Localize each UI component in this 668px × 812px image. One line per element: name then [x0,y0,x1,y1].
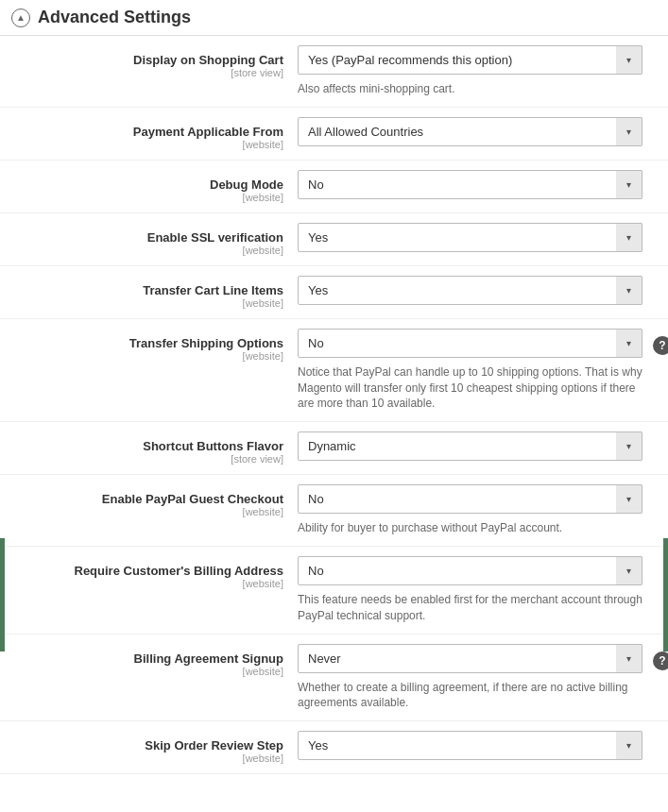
field-scope-display_on_shopping_cart: [store view] [14,67,283,78]
field-cell-require_billing_address: NoYesFor Virtual Quotes Only▾This featur… [298,556,654,624]
settings-row: Skip Order Review Step[website]YesNo▾ [0,721,668,774]
field-cell-transfer_shipping_options: YesNo▾?Notice that PayPal can handle up … [298,329,668,412]
select-wrapper-transfer_shipping_options: YesNo▾ [298,329,642,358]
label-cell-enable_paypal_guest_checkout: Enable PayPal Guest Checkout[website] [14,484,298,517]
select-enable_paypal_guest_checkout[interactable]: YesNo [298,484,642,514]
field-row-enable_paypal_guest_checkout: YesNo▾ [298,484,654,514]
field-row-debug_mode: YesNo▾ [298,170,654,199]
select-wrapper-billing_agreement_signup: AutoAsk CustomerNever▾ [298,644,642,673]
field-label-shortcut_buttons_flavor: Shortcut Buttons Flavor [14,439,283,453]
settings-row: Payment Applicable From[website]All Allo… [0,108,668,161]
select-wrapper-skip_order_review_step: YesNo▾ [298,731,642,760]
select-debug_mode[interactable]: YesNo [298,170,642,199]
field-label-require_billing_address: Require Customer's Billing Address [14,564,283,578]
field-scope-debug_mode: [website] [14,192,283,203]
field-scope-transfer_cart_line_items: [website] [14,297,283,309]
help-text-enable_paypal_guest_checkout: Ability for buyer to purchase without Pa… [298,520,647,536]
label-cell-debug_mode: Debug Mode[website] [14,170,298,203]
label-cell-enable_ssl_verification: Enable SSL verification[website] [14,223,298,256]
field-cell-debug_mode: YesNo▾ [298,170,654,199]
field-row-billing_agreement_signup: AutoAsk CustomerNever▾? [298,644,668,673]
field-row-enable_ssl_verification: YesNo▾ [298,223,654,252]
select-transfer_cart_line_items[interactable]: YesNo [298,276,642,305]
label-cell-skip_order_review_step: Skip Order Review Step[website] [14,731,298,764]
field-label-skip_order_review_step: Skip Order Review Step [14,738,283,753]
field-row-transfer_shipping_options: YesNo▾? [298,329,668,358]
field-cell-enable_ssl_verification: YesNo▾ [298,223,654,252]
field-scope-transfer_shipping_options: [website] [14,350,283,362]
field-scope-billing_agreement_signup: [website] [14,666,283,677]
field-label-payment_applicable_from: Payment Applicable From [14,125,283,139]
help-text-require_billing_address: This feature needs be enabled first for … [298,592,647,624]
field-row-transfer_cart_line_items: YesNo▾ [298,276,654,305]
select-wrapper-debug_mode: YesNo▾ [298,170,642,199]
field-scope-enable_paypal_guest_checkout: [website] [14,506,283,517]
field-cell-enable_paypal_guest_checkout: YesNo▾Ability for buyer to purchase with… [298,484,654,536]
settings-row: Debug Mode[website]YesNo▾ [0,161,668,213]
select-shortcut_buttons_flavor[interactable]: DynamicStatic [298,431,642,461]
select-wrapper-enable_ssl_verification: YesNo▾ [298,223,642,252]
field-row-payment_applicable_from: All Allowed CountriesSpecific Countries▾ [298,117,654,146]
select-wrapper-shortcut_buttons_flavor: DynamicStatic▾ [298,431,642,461]
settings-row: Shortcut Buttons Flavor[store view]Dynam… [0,422,668,475]
field-scope-payment_applicable_from: [website] [14,139,283,150]
settings-row: Enable SSL verification[website]YesNo▾ [0,213,668,266]
settings-container: Display on Shopping Cart[store view]Yes … [0,36,668,774]
select-billing_agreement_signup[interactable]: AutoAsk CustomerNever [298,644,642,673]
help-icon-billing_agreement_signup[interactable]: ? [653,651,668,670]
field-cell-display_on_shopping_cart: Yes (PayPal recommends this option)No▾Al… [298,45,654,97]
field-scope-enable_ssl_verification: [website] [14,245,283,256]
label-cell-transfer_shipping_options: Transfer Shipping Options[website] [14,329,298,362]
field-scope-skip_order_review_step: [website] [14,753,283,764]
field-label-debug_mode: Debug Mode [14,178,283,192]
label-cell-payment_applicable_from: Payment Applicable From[website] [14,117,298,150]
field-label-transfer_cart_line_items: Transfer Cart Line Items [14,283,283,297]
select-transfer_shipping_options[interactable]: YesNo [298,329,642,358]
select-enable_ssl_verification[interactable]: YesNo [298,223,642,252]
page-wrapper: ▲ Advanced Settings Display on Shopping … [0,0,668,812]
settings-row: Require Customer's Billing Address[websi… [0,547,668,634]
select-wrapper-enable_paypal_guest_checkout: YesNo▾ [298,484,642,514]
label-cell-require_billing_address: Require Customer's Billing Address[websi… [14,556,298,589]
field-label-transfer_shipping_options: Transfer Shipping Options [14,336,283,350]
select-wrapper-require_billing_address: NoYesFor Virtual Quotes Only▾ [298,556,642,585]
section-header: ▲ Advanced Settings [0,0,668,36]
section-title: Advanced Settings [38,8,191,27]
field-cell-shortcut_buttons_flavor: DynamicStatic▾ [298,431,654,461]
field-label-display_on_shopping_cart: Display on Shopping Cart [14,53,283,67]
label-cell-transfer_cart_line_items: Transfer Cart Line Items[website] [14,276,298,309]
field-label-enable_ssl_verification: Enable SSL verification [14,230,283,245]
help-icon-transfer_shipping_options[interactable]: ? [653,336,668,355]
field-cell-transfer_cart_line_items: YesNo▾ [298,276,654,305]
field-row-display_on_shopping_cart: Yes (PayPal recommends this option)No▾ [298,45,654,75]
help-text-transfer_shipping_options: Notice that PayPal can handle up to 10 s… [298,364,647,412]
settings-row: Display on Shopping Cart[store view]Yes … [0,36,668,108]
field-cell-skip_order_review_step: YesNo▾ [298,731,654,760]
field-label-billing_agreement_signup: Billing Agreement Signup [14,651,283,666]
field-scope-shortcut_buttons_flavor: [store view] [14,453,283,465]
settings-row: Enable PayPal Guest Checkout[website]Yes… [0,475,668,547]
field-row-shortcut_buttons_flavor: DynamicStatic▾ [298,431,654,461]
select-wrapper-payment_applicable_from: All Allowed CountriesSpecific Countries▾ [298,117,642,146]
help-text-display_on_shopping_cart: Also affects mini-shopping cart. [298,81,647,97]
label-cell-shortcut_buttons_flavor: Shortcut Buttons Flavor[store view] [14,431,298,465]
settings-row: Transfer Shipping Options[website]YesNo▾… [0,319,668,422]
field-label-enable_paypal_guest_checkout: Enable PayPal Guest Checkout [14,492,283,506]
select-payment_applicable_from[interactable]: All Allowed CountriesSpecific Countries [298,117,642,146]
help-text-billing_agreement_signup: Whether to create a billing agreement, i… [298,680,647,712]
field-cell-payment_applicable_from: All Allowed CountriesSpecific Countries▾ [298,117,654,146]
field-row-skip_order_review_step: YesNo▾ [298,731,654,760]
collapse-icon[interactable]: ▲ [11,8,30,27]
field-scope-require_billing_address: [website] [14,578,283,589]
label-cell-billing_agreement_signup: Billing Agreement Signup[website] [14,644,298,677]
field-row-require_billing_address: NoYesFor Virtual Quotes Only▾ [298,556,654,585]
left-accent [0,538,5,651]
label-cell-display_on_shopping_cart: Display on Shopping Cart[store view] [14,45,298,78]
select-wrapper-display_on_shopping_cart: Yes (PayPal recommends this option)No▾ [298,45,642,75]
select-require_billing_address[interactable]: NoYesFor Virtual Quotes Only [298,556,642,585]
select-wrapper-transfer_cart_line_items: YesNo▾ [298,276,642,305]
select-skip_order_review_step[interactable]: YesNo [298,731,642,760]
select-display_on_shopping_cart[interactable]: Yes (PayPal recommends this option)No [298,45,642,75]
settings-row: Billing Agreement Signup[website]AutoAsk… [0,634,668,722]
field-cell-billing_agreement_signup: AutoAsk CustomerNever▾?Whether to create… [298,644,668,712]
